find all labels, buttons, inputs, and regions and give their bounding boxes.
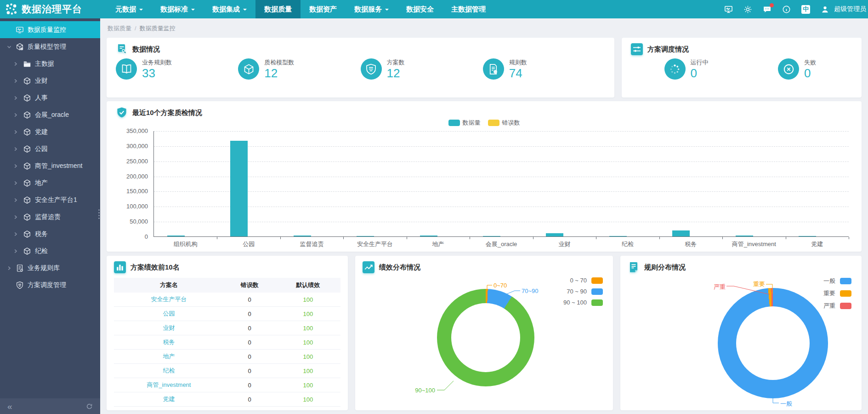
nav-item-label: 元数据 bbox=[115, 5, 136, 14]
table-row[interactable]: 公园0100 bbox=[114, 307, 340, 321]
legend-item[interactable]: 0 ~ 70 bbox=[570, 277, 603, 284]
sidebar-item[interactable]: 商管_investment bbox=[0, 157, 100, 174]
scheme-name-link[interactable]: 会展_oracle bbox=[114, 407, 224, 411]
refresh-icon[interactable] bbox=[86, 403, 93, 410]
cube-icon bbox=[23, 213, 31, 221]
chevron-right-icon bbox=[13, 78, 18, 84]
nav-item[interactable]: 数据标准 bbox=[152, 0, 204, 18]
chevron-right-icon bbox=[13, 231, 18, 237]
nav-item-label: 数据集成 bbox=[212, 5, 240, 14]
table-row[interactable]: 地产0100 bbox=[114, 350, 340, 364]
table-row[interactable]: 党建0100 bbox=[114, 392, 340, 407]
table-row[interactable]: 会展_oracle0100 bbox=[114, 407, 340, 411]
sidebar-item[interactable]: 税务 bbox=[0, 225, 100, 242]
legend-item[interactable]: 70 ~ 90 bbox=[567, 288, 603, 295]
user-icon[interactable] bbox=[821, 5, 829, 14]
nav-item-label: 数据安全 bbox=[406, 5, 434, 14]
sidebar-item[interactable]: 安全生产平台1 bbox=[0, 191, 100, 208]
language-icon[interactable]: 中 bbox=[801, 5, 810, 14]
bar-chart-category-slot: 安全生产平台 bbox=[343, 131, 406, 236]
sidebar-item[interactable]: 数据质量监控 bbox=[0, 21, 100, 38]
nav-item[interactable]: 数据质量 bbox=[255, 0, 301, 18]
table-row[interactable]: 安全生产平台0100 bbox=[114, 293, 340, 307]
sidebar-item[interactable]: 业务规则库 bbox=[0, 259, 100, 276]
table-header-row: 方案名错误数默认绩效 bbox=[114, 278, 340, 293]
sidebar-item[interactable]: 党建 bbox=[0, 123, 100, 140]
legend-item[interactable]: 数据量 bbox=[448, 119, 481, 127]
x-axis-tick-label: 地产 bbox=[407, 240, 470, 248]
username: 超级管理员 bbox=[834, 5, 866, 13]
chevron-right-icon bbox=[13, 112, 18, 118]
x-axis-tick-label: 业财 bbox=[533, 240, 596, 248]
breadcrumb-item[interactable]: 数据质量 bbox=[108, 25, 131, 32]
slice-label: 0~70 bbox=[494, 282, 507, 289]
scheme-name-link[interactable]: 税务 bbox=[114, 335, 224, 350]
scheme-name-link[interactable]: 商管_investment bbox=[114, 378, 224, 392]
table-row[interactable]: 纪检0100 bbox=[114, 364, 340, 378]
legend-item[interactable]: 重要 bbox=[823, 289, 851, 298]
collapse-sidebar-button[interactable]: « bbox=[7, 402, 12, 411]
table-row[interactable]: 商管_investment0100 bbox=[114, 378, 340, 392]
info-icon[interactable] bbox=[782, 5, 791, 14]
sidebar-item[interactable]: 质量模型管理 bbox=[0, 38, 100, 55]
bar-data-series bbox=[736, 236, 753, 236]
legend-item[interactable]: 90 ~ 100 bbox=[563, 299, 603, 306]
scheme-name-link[interactable]: 业财 bbox=[114, 321, 224, 335]
sidebar-item-label: 监督追责 bbox=[35, 213, 61, 221]
gear-icon[interactable] bbox=[743, 5, 752, 14]
nav-item[interactable]: 数据服务 bbox=[346, 0, 397, 18]
nav-item[interactable]: 数据资产 bbox=[301, 0, 346, 18]
scheme-name-link[interactable]: 安全生产平台 bbox=[114, 293, 224, 307]
scheme-name-link[interactable]: 党建 bbox=[114, 392, 224, 407]
legend-swatch bbox=[840, 290, 851, 297]
bar-chart-legend: 数据量错误数 bbox=[448, 119, 520, 127]
card-header: 绩效分布情况 bbox=[363, 261, 606, 273]
cube-icon bbox=[23, 145, 31, 153]
sidebar-item[interactable]: 主数据 bbox=[0, 55, 100, 72]
table-column-header: 默认绩效 bbox=[276, 278, 340, 293]
nav-item[interactable]: 数据安全 bbox=[397, 0, 443, 18]
data-overview-card: 数据情况 业务规则数33质检模型数12方案数12规则数74 bbox=[107, 38, 614, 98]
slice-label: 90~100 bbox=[407, 387, 435, 394]
sidebar-item[interactable]: 地产 bbox=[0, 174, 100, 191]
stat-card: 质检模型数12 bbox=[238, 58, 360, 80]
scheme-name-link[interactable]: 公园 bbox=[114, 307, 224, 321]
sidebar-item[interactable]: 纪检 bbox=[0, 242, 100, 259]
sidebar-item[interactable]: 业财 bbox=[0, 72, 100, 89]
nav-item[interactable]: 主数据管理 bbox=[443, 0, 494, 18]
cube-icon bbox=[23, 179, 31, 187]
y-axis-tick-label: 250,000 bbox=[116, 158, 148, 165]
nav-item[interactable]: 元数据 bbox=[107, 0, 152, 18]
performance-cell: 100 bbox=[276, 335, 340, 350]
monitor-chart-icon[interactable] bbox=[724, 5, 733, 14]
sidebar-item-label: 税务 bbox=[35, 230, 48, 238]
cube-icon bbox=[23, 196, 31, 204]
legend-item[interactable]: 一般 bbox=[823, 277, 851, 285]
scheme-name-link[interactable]: 纪检 bbox=[114, 364, 224, 378]
sidebar-item[interactable]: 人事 bbox=[0, 89, 100, 106]
legend-item[interactable]: 严重 bbox=[823, 302, 851, 310]
section-title: 方案绩效前10名 bbox=[130, 263, 180, 272]
stat-label: 业务规则数 bbox=[142, 58, 172, 67]
bar-chart-category-slot: 业财 bbox=[533, 131, 596, 236]
sidebar-resize-handle[interactable] bbox=[98, 209, 100, 219]
donut-hole bbox=[736, 306, 810, 380]
sidebar-item[interactable]: 公园 bbox=[0, 140, 100, 157]
messages-icon[interactable] bbox=[763, 5, 772, 14]
data-stats: 业务规则数33质检模型数12方案数12规则数74 bbox=[116, 58, 605, 80]
sidebar-item-label: 安全生产平台1 bbox=[35, 196, 77, 204]
sidebar-item[interactable]: 监督追责 bbox=[0, 208, 100, 225]
sidebar-item-label: 地产 bbox=[35, 179, 48, 187]
sidebar-item[interactable]: 方案调度管理 bbox=[0, 276, 100, 293]
table-row[interactable]: 业财0100 bbox=[114, 321, 340, 335]
stat-label: 失败 bbox=[804, 58, 816, 67]
sidebar-item[interactable]: 会展_oracle bbox=[0, 106, 100, 123]
nav-item-label: 数据服务 bbox=[354, 5, 382, 14]
table-row[interactable]: 税务0100 bbox=[114, 335, 340, 350]
scheme-name-link[interactable]: 地产 bbox=[114, 350, 224, 364]
error-count-cell: 0 bbox=[224, 321, 276, 335]
y-axis-tick-label: 300,000 bbox=[116, 143, 148, 150]
legend-item[interactable]: 错误数 bbox=[488, 119, 520, 127]
x-axis-tick-label: 商管_investment bbox=[722, 240, 785, 248]
nav-item[interactable]: 数据集成 bbox=[204, 0, 255, 18]
